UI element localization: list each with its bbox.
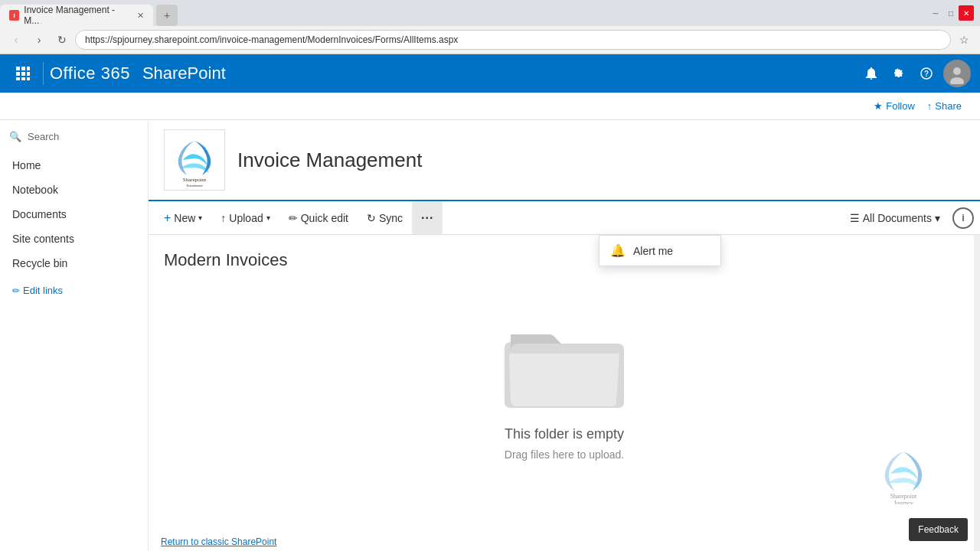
- tab-close-button[interactable]: ✕: [137, 11, 144, 21]
- follow-button[interactable]: ★ Follow: [867, 97, 921, 115]
- top-bar-divider: [43, 62, 44, 85]
- svg-rect-7: [21, 77, 25, 80]
- sidebar-item-home[interactable]: Home: [0, 153, 148, 178]
- sync-icon: ↻: [367, 212, 376, 224]
- all-docs-chevron-icon: ▾: [935, 212, 940, 224]
- quick-edit-label: Quick edit: [301, 212, 348, 224]
- info-button[interactable]: i: [952, 207, 974, 229]
- content-area: Sharepoint Journey Invoice Management + …: [149, 120, 980, 551]
- more-dropdown-menu: 🔔 Alert me: [599, 235, 721, 266]
- feedback-widget[interactable]: Feedback: [909, 518, 968, 541]
- svg-rect-4: [21, 72, 25, 76]
- home-label: Home: [12, 159, 41, 171]
- feedback-label: Feedback: [918, 524, 959, 535]
- svg-text:Sharepoint: Sharepoint: [890, 493, 917, 500]
- new-chevron-icon: ▾: [198, 214, 202, 222]
- search-label: Search: [28, 131, 59, 142]
- list-view-icon: ☰: [850, 212, 860, 224]
- drag-files-message: Drag files here to upload.: [505, 448, 624, 461]
- sidebar-item-notebook[interactable]: Notebook: [0, 178, 148, 202]
- all-documents-label: All Documents: [863, 212, 932, 224]
- svg-rect-2: [27, 67, 30, 70]
- upload-button[interactable]: ↑ Upload ▾: [211, 201, 279, 234]
- document-list-area: Modern Invoices This folder is empty Dra…: [149, 235, 980, 551]
- notifications-icon[interactable]: [858, 60, 885, 87]
- svg-rect-8: [27, 77, 30, 80]
- tab-title: Invoice Management - M...: [24, 5, 128, 26]
- empty-folder-state: This folder is empty Drag files here to …: [164, 285, 965, 487]
- upload-icon: ↑: [220, 212, 226, 224]
- info-icon: i: [962, 212, 965, 223]
- empty-folder-message: This folder is empty: [505, 426, 624, 442]
- return-to-classic-link[interactable]: Return to classic SharePoint: [161, 536, 276, 547]
- tab-favicon: I: [9, 10, 19, 21]
- app-launcher-button[interactable]: [9, 60, 37, 87]
- bell-icon: 🔔: [610, 243, 626, 258]
- follow-star-icon: ★: [874, 100, 883, 112]
- sidebar-item-recycle-bin[interactable]: Recycle bin: [0, 251, 148, 276]
- forward-button[interactable]: ›: [29, 30, 49, 50]
- svg-text:?: ?: [924, 70, 929, 78]
- upload-label: Upload: [229, 212, 263, 224]
- search-icon: 🔍: [9, 131, 21, 142]
- document-toolbar: + New ▾ ↑ Upload ▾ ✏ Quick edit ↻ Sync ·…: [149, 201, 980, 235]
- share-label: Share: [935, 100, 962, 112]
- edit-links-button[interactable]: ✏ Edit links: [0, 279, 148, 302]
- new-icon: +: [164, 211, 171, 225]
- main-content-area: 🔍 Search Home Notebook Documents Site co…: [0, 120, 980, 551]
- svg-point-12: [950, 77, 964, 84]
- new-button[interactable]: + New ▾: [155, 201, 211, 234]
- recycle-bin-label: Recycle bin: [12, 257, 67, 269]
- settings-icon[interactable]: [885, 60, 913, 87]
- top-navigation-bar: Office 365 SharePoint ?: [0, 54, 980, 93]
- pencil-icon: ✏: [12, 285, 20, 296]
- scrollbar[interactable]: [974, 235, 980, 551]
- site-logo: Sharepoint Journey: [164, 129, 225, 191]
- user-action-bar: ★ Follow ↑ Share: [0, 93, 980, 120]
- close-button[interactable]: ✕: [959, 5, 974, 21]
- sync-button[interactable]: ↻ Sync: [358, 201, 412, 234]
- more-button[interactable]: ···: [412, 201, 443, 234]
- site-title: Invoice Management: [237, 148, 422, 172]
- quick-edit-button[interactable]: ✏ Quick edit: [279, 201, 358, 234]
- active-tab[interactable]: I Invoice Management - M... ✕: [0, 5, 153, 26]
- address-bar[interactable]: [75, 30, 951, 50]
- svg-text:Journey: Journey: [893, 500, 913, 504]
- user-avatar[interactable]: [943, 60, 971, 87]
- alert-me-menu-item[interactable]: 🔔 Alert me: [599, 236, 720, 266]
- folder-title: Modern Invoices: [164, 250, 965, 270]
- more-dots-icon: ···: [421, 211, 433, 225]
- reload-button[interactable]: ↻: [52, 30, 72, 50]
- back-button[interactable]: ‹: [6, 30, 26, 50]
- notebook-label: Notebook: [12, 184, 58, 196]
- share-button[interactable]: ↑ Share: [921, 97, 968, 115]
- svg-text:Journey: Journey: [186, 183, 204, 187]
- search-bar[interactable]: 🔍 Search: [0, 126, 148, 147]
- office365-label: Office 365: [50, 64, 130, 83]
- svg-rect-0: [16, 67, 20, 70]
- edit-links-label: Edit links: [23, 285, 63, 296]
- documents-label: Documents: [12, 208, 67, 220]
- minimize-button[interactable]: ─: [928, 5, 943, 21]
- all-documents-view[interactable]: ☰ All Documents ▾: [844, 207, 946, 229]
- sidebar-item-site-contents[interactable]: Site contents: [0, 227, 148, 251]
- svg-rect-6: [16, 77, 20, 80]
- site-header: Sharepoint Journey Invoice Management: [149, 120, 980, 201]
- follow-label: Follow: [886, 100, 915, 112]
- new-label: New: [174, 212, 195, 224]
- maximize-button[interactable]: □: [943, 5, 959, 21]
- svg-rect-3: [16, 72, 20, 76]
- window-controls: ─ □ ✕: [922, 0, 980, 26]
- share-icon: ↑: [927, 100, 933, 112]
- quick-edit-pencil-icon: ✏: [289, 212, 298, 224]
- help-icon[interactable]: ?: [913, 60, 940, 87]
- site-contents-label: Site contents: [12, 233, 74, 245]
- svg-rect-5: [27, 72, 30, 76]
- empty-folder-icon: [503, 311, 626, 411]
- sidebar-item-documents[interactable]: Documents: [0, 202, 148, 227]
- new-tab-button[interactable]: +: [156, 5, 178, 26]
- svg-point-11: [953, 67, 961, 75]
- bookmark-button[interactable]: ☆: [954, 30, 974, 50]
- svg-rect-1: [21, 67, 25, 70]
- sync-label: Sync: [379, 212, 403, 224]
